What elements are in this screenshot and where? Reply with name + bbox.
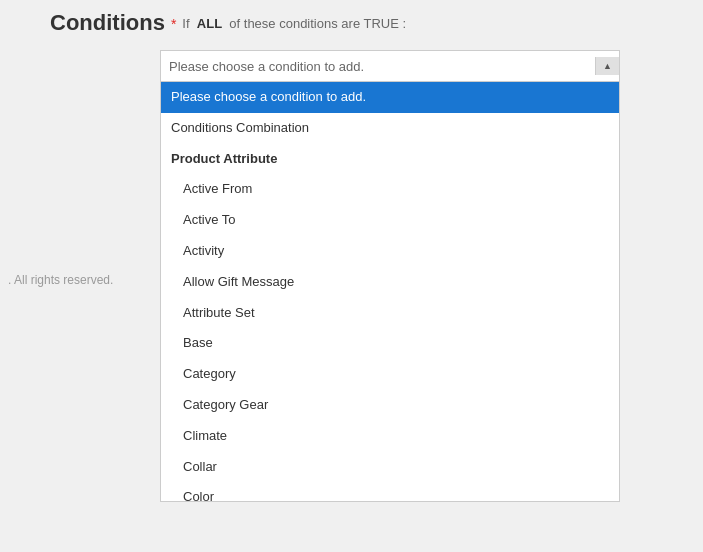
conditions-section: Conditions * If ALL of these conditions … (50, 10, 683, 82)
dropdown-trigger[interactable]: Please choose a condition to add. (160, 50, 620, 82)
condition-dropdown-container: Please choose a condition to add. Please… (160, 50, 620, 82)
dropdown-item-base[interactable]: Base (161, 328, 619, 359)
description-prefix: If (182, 16, 189, 31)
dropdown-item-active-from[interactable]: Active From (161, 174, 619, 205)
dropdown-item-conditions-combination[interactable]: Conditions Combination (161, 113, 619, 144)
dropdown-item-category-gear[interactable]: Category Gear (161, 390, 619, 421)
dropdown-trigger-text: Please choose a condition to add. (169, 59, 364, 74)
dropdown-item-climate[interactable]: Climate (161, 421, 619, 452)
dropdown-item-product-attribute-header: Product Attribute (161, 144, 619, 175)
dropdown-item-active-to[interactable]: Active To (161, 205, 619, 236)
dropdown-item-activity[interactable]: Activity (161, 236, 619, 267)
required-star: * (171, 16, 176, 32)
dropdown-item-color[interactable]: Color (161, 482, 619, 502)
dropdown-item-collar[interactable]: Collar (161, 452, 619, 483)
dropdown-list[interactable]: Please choose a condition to add.Conditi… (160, 82, 620, 502)
all-word: ALL (197, 16, 222, 31)
dropdown-arrow-button[interactable] (595, 57, 619, 75)
dropdown-item-allow-gift-message[interactable]: Allow Gift Message (161, 267, 619, 298)
dropdown-item-attribute-set[interactable]: Attribute Set (161, 298, 619, 329)
page-wrapper: Conditions * If ALL of these conditions … (0, 0, 703, 552)
footer-text: . All rights reserved. (0, 268, 121, 292)
dropdown-item-placeholder[interactable]: Please choose a condition to add. (161, 82, 619, 113)
dropdown-item-category[interactable]: Category (161, 359, 619, 390)
conditions-header: Conditions * If ALL of these conditions … (50, 10, 683, 36)
conditions-description: If ALL of these conditions are TRUE : (182, 16, 406, 31)
description-suffix: of these conditions are TRUE : (229, 16, 406, 31)
conditions-title: Conditions (50, 10, 165, 36)
